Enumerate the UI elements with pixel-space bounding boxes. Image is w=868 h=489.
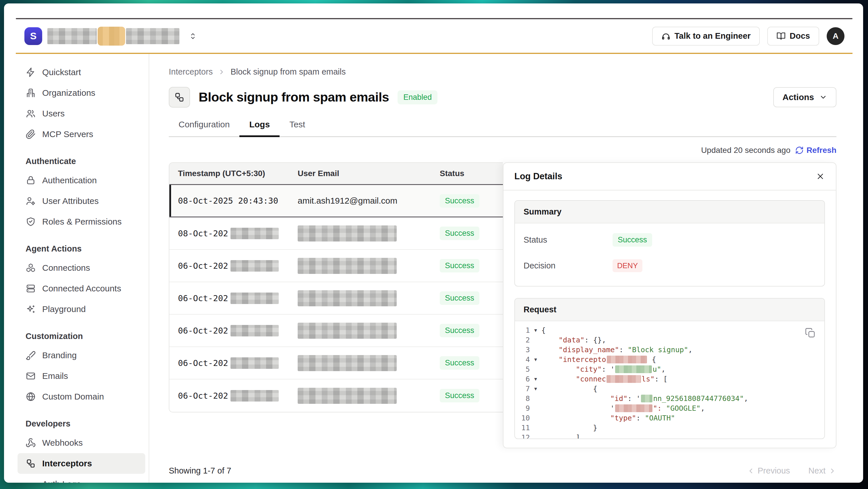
chevron-down-icon	[819, 93, 827, 101]
sidebar-item-label: Quickstart	[42, 67, 81, 77]
timestamp-value: 06-Oct-202	[178, 261, 228, 271]
sidebar-item-roles-permissions[interactable]: Roles & Permissions	[18, 211, 145, 232]
workspace-logo: S	[24, 27, 42, 45]
workspace-switcher[interactable]: S	[24, 27, 197, 45]
close-icon[interactable]	[816, 172, 825, 181]
docs-button[interactable]: Docs	[767, 27, 819, 45]
sidebar-item-custom-domain[interactable]: Custom Domain	[18, 386, 145, 407]
redacted-timestamp	[230, 325, 279, 336]
redacted-timestamp	[230, 357, 279, 369]
workspace-name-redacted	[48, 27, 179, 45]
sidebar-item-quickstart[interactable]: Quickstart	[18, 62, 145, 83]
status-badge: Success	[440, 227, 479, 240]
redacted-email	[298, 323, 397, 339]
summary-label-status: Status	[524, 235, 613, 244]
sidebar-item-label: MCP Servers	[42, 129, 93, 139]
sidebar-item-label: Roles & Permissions	[42, 217, 122, 227]
tab-configuration[interactable]: Configuration	[169, 120, 239, 136]
sidebar-item-auth-logs[interactable]: Auth Logs	[18, 474, 145, 483]
bar-chart-icon	[26, 479, 36, 483]
updated-timestamp-text: Updated 20 seconds ago	[701, 146, 790, 155]
paintbrush-icon	[26, 350, 36, 360]
request-json-viewer[interactable]: 1▼{ 2"data": {}, 3"display_name": "Block…	[515, 321, 825, 438]
sidebar-item-connections[interactable]: Connections	[18, 258, 145, 278]
page-title: Block signup from spam emails	[198, 90, 389, 105]
table-row[interactable]: 06-Oct-202 Success	[169, 347, 503, 380]
sidebar-item-webhooks[interactable]: Webhooks	[18, 432, 145, 453]
summary-label-decision: Decision	[524, 261, 613, 270]
sidebar-item-label: User Attributes	[42, 196, 99, 206]
breadcrumb: Interceptors Block signup from spam emai…	[169, 67, 836, 76]
tab-logs[interactable]: Logs	[239, 120, 280, 136]
paperclip-icon	[26, 129, 36, 139]
timestamp-value: 06-Oct-202	[178, 293, 228, 303]
table-row[interactable]: 06-Oct-202 Success	[169, 250, 503, 282]
interceptor-icon	[174, 92, 185, 103]
sidebar-section-agent-actions: Agent Actions	[16, 244, 147, 254]
breadcrumb-interceptors-link[interactable]: Interceptors	[169, 67, 213, 76]
code-line: 11}	[515, 423, 825, 432]
chevron-right-icon	[218, 68, 225, 76]
status-badge: Success	[440, 291, 479, 305]
code-line: 9'": "GOOGLE",	[515, 403, 825, 413]
table-row[interactable]: 06-Oct-202 Success	[169, 282, 503, 315]
redacted-email	[298, 225, 397, 241]
redacted-timestamp	[230, 390, 279, 401]
sidebar-item-connected-accounts[interactable]: Connected Accounts	[18, 278, 145, 299]
summary-status-badge: Success	[613, 233, 652, 247]
actions-button[interactable]: Actions	[773, 87, 836, 107]
summary-decision-badge: DENY	[613, 259, 642, 272]
sidebar-item-organizations[interactable]: Organizations	[18, 83, 145, 103]
users-icon	[26, 108, 36, 119]
previous-page-button[interactable]: Previous	[747, 466, 790, 476]
status-badge: Success	[440, 389, 479, 402]
timestamp-value: 06-Oct-202	[178, 358, 228, 368]
building-icon	[26, 88, 36, 98]
sidebar-item-interceptors[interactable]: Interceptors	[18, 453, 145, 474]
logs-table: Timestamp (UTC+5:30) User Email Status 0…	[169, 162, 503, 413]
table-row[interactable]: 08-Oct-202 Success	[169, 218, 503, 250]
redacted-text-block	[126, 28, 179, 44]
sidebar-item-label: Playground	[42, 304, 86, 314]
table-row[interactable]: 08-Oct-2025 20:43:30 amit.ash1912@gmail.…	[169, 185, 503, 218]
refresh-button[interactable]: Refresh	[795, 146, 836, 155]
sidebar-section-authenticate: Authenticate	[16, 157, 147, 166]
timestamp-value: 06-Oct-202	[178, 326, 228, 335]
actions-button-label: Actions	[782, 92, 814, 102]
summary-header: Summary	[515, 201, 825, 223]
sidebar-item-user-attributes[interactable]: User Attributes	[18, 191, 145, 211]
user-avatar[interactable]: A	[827, 27, 844, 45]
status-badge: Success	[440, 324, 479, 337]
chevron-left-icon	[747, 467, 755, 475]
tab-test[interactable]: Test	[280, 120, 315, 136]
sidebar-item-label: Webhooks	[42, 438, 83, 448]
globe-icon	[26, 391, 36, 402]
sidebar-item-mcp-servers[interactable]: MCP Servers	[18, 124, 145, 144]
sidebar-item-users[interactable]: Users	[18, 103, 145, 124]
sidebar-item-authentication[interactable]: Authentication	[18, 170, 145, 191]
table-row[interactable]: 06-Oct-202 Success	[169, 380, 503, 412]
copy-icon[interactable]	[804, 327, 816, 339]
sidebar-section-customization: Customization	[16, 331, 147, 341]
stacked-cards-icon	[26, 283, 36, 294]
backdrop: S Talk to an Engineer	[0, 0, 868, 489]
chevron-right-icon	[828, 467, 836, 475]
timestamp-value: 06-Oct-202	[178, 391, 228, 401]
sidebar-item-playground[interactable]: Playground	[18, 299, 145, 320]
talk-to-engineer-button[interactable]: Talk to an Engineer	[652, 27, 760, 45]
sidebar-item-label: Emails	[42, 371, 68, 381]
sidebar-item-branding[interactable]: Branding	[18, 345, 145, 366]
redacted-timestamp	[230, 293, 279, 304]
timestamp-value: 08-Oct-202	[178, 229, 228, 238]
table-row[interactable]: 06-Oct-202 Success	[169, 315, 503, 347]
logs-table-header: Timestamp (UTC+5:30) User Email Status	[169, 163, 503, 185]
sidebar-item-emails[interactable]: Emails	[18, 366, 145, 386]
lock-icon	[26, 175, 36, 186]
chevrons-up-down-icon[interactable]	[189, 32, 197, 40]
sidebar-item-label: Branding	[42, 351, 76, 360]
headphones-icon	[661, 32, 671, 41]
next-page-button[interactable]: Next	[808, 466, 836, 476]
redacted-org-badge	[98, 27, 125, 45]
redacted-json-key	[607, 375, 641, 383]
code-line: 8"id": 'nn_92561808744776034",	[515, 393, 825, 403]
